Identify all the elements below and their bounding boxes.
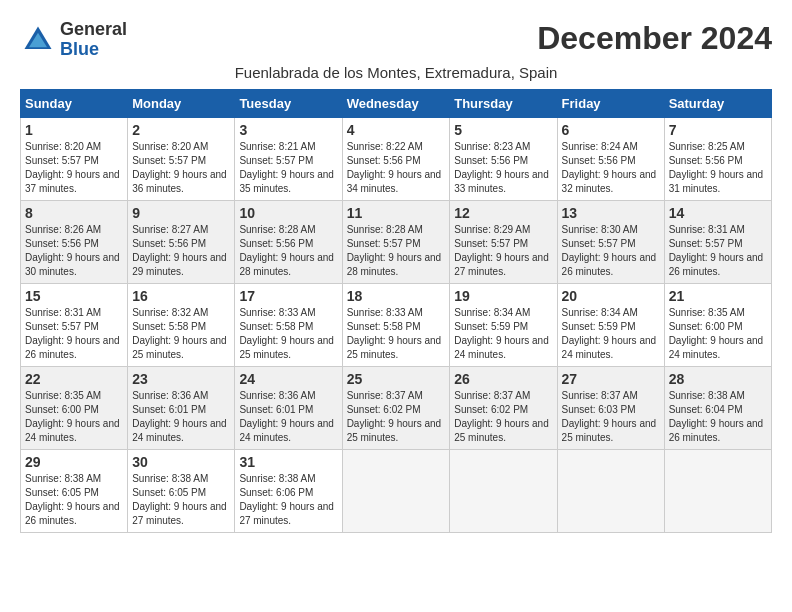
table-row: 30Sunrise: 8:38 AM Sunset: 6:05 PM Dayli…: [128, 449, 235, 532]
table-row: 10Sunrise: 8:28 AM Sunset: 5:56 PM Dayli…: [235, 200, 342, 283]
day-info: Sunrise: 8:34 AM Sunset: 5:59 PM Dayligh…: [454, 306, 552, 362]
day-info: Sunrise: 8:35 AM Sunset: 6:00 PM Dayligh…: [25, 389, 123, 445]
page-header: General Blue December 2024: [20, 20, 772, 60]
day-number: 16: [132, 288, 230, 304]
day-info: Sunrise: 8:28 AM Sunset: 5:57 PM Dayligh…: [347, 223, 446, 279]
table-row: 28Sunrise: 8:38 AM Sunset: 6:04 PM Dayli…: [664, 366, 771, 449]
table-row: 15Sunrise: 8:31 AM Sunset: 5:57 PM Dayli…: [21, 283, 128, 366]
day-info: Sunrise: 8:23 AM Sunset: 5:56 PM Dayligh…: [454, 140, 552, 196]
table-row: 19Sunrise: 8:34 AM Sunset: 5:59 PM Dayli…: [450, 283, 557, 366]
day-number: 7: [669, 122, 767, 138]
calendar-header-row: Sunday Monday Tuesday Wednesday Thursday…: [21, 89, 772, 117]
day-number: 20: [562, 288, 660, 304]
calendar-week-row: 22Sunrise: 8:35 AM Sunset: 6:00 PM Dayli…: [21, 366, 772, 449]
table-row: 7Sunrise: 8:25 AM Sunset: 5:56 PM Daylig…: [664, 117, 771, 200]
table-row: 14Sunrise: 8:31 AM Sunset: 5:57 PM Dayli…: [664, 200, 771, 283]
table-row: [342, 449, 450, 532]
day-number: 4: [347, 122, 446, 138]
day-info: Sunrise: 8:37 AM Sunset: 6:02 PM Dayligh…: [347, 389, 446, 445]
col-friday: Friday: [557, 89, 664, 117]
col-tuesday: Tuesday: [235, 89, 342, 117]
day-info: Sunrise: 8:33 AM Sunset: 5:58 PM Dayligh…: [347, 306, 446, 362]
day-info: Sunrise: 8:34 AM Sunset: 5:59 PM Dayligh…: [562, 306, 660, 362]
day-info: Sunrise: 8:38 AM Sunset: 6:05 PM Dayligh…: [25, 472, 123, 528]
table-row: 13Sunrise: 8:30 AM Sunset: 5:57 PM Dayli…: [557, 200, 664, 283]
col-sunday: Sunday: [21, 89, 128, 117]
day-number: 23: [132, 371, 230, 387]
calendar-week-row: 8Sunrise: 8:26 AM Sunset: 5:56 PM Daylig…: [21, 200, 772, 283]
day-number: 19: [454, 288, 552, 304]
col-monday: Monday: [128, 89, 235, 117]
col-saturday: Saturday: [664, 89, 771, 117]
day-info: Sunrise: 8:36 AM Sunset: 6:01 PM Dayligh…: [239, 389, 337, 445]
day-info: Sunrise: 8:21 AM Sunset: 5:57 PM Dayligh…: [239, 140, 337, 196]
day-info: Sunrise: 8:24 AM Sunset: 5:56 PM Dayligh…: [562, 140, 660, 196]
day-number: 6: [562, 122, 660, 138]
table-row: 18Sunrise: 8:33 AM Sunset: 5:58 PM Dayli…: [342, 283, 450, 366]
day-number: 21: [669, 288, 767, 304]
day-number: 8: [25, 205, 123, 221]
day-info: Sunrise: 8:37 AM Sunset: 6:03 PM Dayligh…: [562, 389, 660, 445]
table-row: 23Sunrise: 8:36 AM Sunset: 6:01 PM Dayli…: [128, 366, 235, 449]
calendar-table: Sunday Monday Tuesday Wednesday Thursday…: [20, 89, 772, 533]
col-wednesday: Wednesday: [342, 89, 450, 117]
day-number: 10: [239, 205, 337, 221]
day-info: Sunrise: 8:38 AM Sunset: 6:05 PM Dayligh…: [132, 472, 230, 528]
day-info: Sunrise: 8:20 AM Sunset: 5:57 PM Dayligh…: [132, 140, 230, 196]
day-number: 18: [347, 288, 446, 304]
day-info: Sunrise: 8:22 AM Sunset: 5:56 PM Dayligh…: [347, 140, 446, 196]
table-row: 6Sunrise: 8:24 AM Sunset: 5:56 PM Daylig…: [557, 117, 664, 200]
day-number: 14: [669, 205, 767, 221]
day-info: Sunrise: 8:30 AM Sunset: 5:57 PM Dayligh…: [562, 223, 660, 279]
day-number: 29: [25, 454, 123, 470]
day-number: 22: [25, 371, 123, 387]
table-row: 26Sunrise: 8:37 AM Sunset: 6:02 PM Dayli…: [450, 366, 557, 449]
day-number: 2: [132, 122, 230, 138]
day-number: 30: [132, 454, 230, 470]
table-row: 4Sunrise: 8:22 AM Sunset: 5:56 PM Daylig…: [342, 117, 450, 200]
table-row: 31Sunrise: 8:38 AM Sunset: 6:06 PM Dayli…: [235, 449, 342, 532]
day-number: 9: [132, 205, 230, 221]
table-row: 29Sunrise: 8:38 AM Sunset: 6:05 PM Dayli…: [21, 449, 128, 532]
location: Fuenlabrada de los Montes, Extremadura, …: [20, 64, 772, 81]
day-number: 15: [25, 288, 123, 304]
day-number: 27: [562, 371, 660, 387]
table-row: 2Sunrise: 8:20 AM Sunset: 5:57 PM Daylig…: [128, 117, 235, 200]
table-row: 20Sunrise: 8:34 AM Sunset: 5:59 PM Dayli…: [557, 283, 664, 366]
calendar-week-row: 29Sunrise: 8:38 AM Sunset: 6:05 PM Dayli…: [21, 449, 772, 532]
day-number: 5: [454, 122, 552, 138]
day-number: 1: [25, 122, 123, 138]
day-number: 26: [454, 371, 552, 387]
day-info: Sunrise: 8:26 AM Sunset: 5:56 PM Dayligh…: [25, 223, 123, 279]
table-row: 9Sunrise: 8:27 AM Sunset: 5:56 PM Daylig…: [128, 200, 235, 283]
table-row: [557, 449, 664, 532]
day-number: 28: [669, 371, 767, 387]
table-row: 24Sunrise: 8:36 AM Sunset: 6:01 PM Dayli…: [235, 366, 342, 449]
table-row: 11Sunrise: 8:28 AM Sunset: 5:57 PM Dayli…: [342, 200, 450, 283]
day-info: Sunrise: 8:35 AM Sunset: 6:00 PM Dayligh…: [669, 306, 767, 362]
table-row: 5Sunrise: 8:23 AM Sunset: 5:56 PM Daylig…: [450, 117, 557, 200]
title-block: December 2024: [537, 20, 772, 57]
day-info: Sunrise: 8:33 AM Sunset: 5:58 PM Dayligh…: [239, 306, 337, 362]
day-number: 13: [562, 205, 660, 221]
day-info: Sunrise: 8:32 AM Sunset: 5:58 PM Dayligh…: [132, 306, 230, 362]
logo-text: General Blue: [60, 20, 127, 60]
day-number: 25: [347, 371, 446, 387]
col-thursday: Thursday: [450, 89, 557, 117]
day-info: Sunrise: 8:37 AM Sunset: 6:02 PM Dayligh…: [454, 389, 552, 445]
day-number: 17: [239, 288, 337, 304]
table-row: 25Sunrise: 8:37 AM Sunset: 6:02 PM Dayli…: [342, 366, 450, 449]
table-row: 21Sunrise: 8:35 AM Sunset: 6:00 PM Dayli…: [664, 283, 771, 366]
table-row: [450, 449, 557, 532]
day-info: Sunrise: 8:29 AM Sunset: 5:57 PM Dayligh…: [454, 223, 552, 279]
table-row: 12Sunrise: 8:29 AM Sunset: 5:57 PM Dayli…: [450, 200, 557, 283]
logo-icon: [20, 22, 56, 58]
logo-blue: Blue: [60, 39, 99, 59]
day-info: Sunrise: 8:27 AM Sunset: 5:56 PM Dayligh…: [132, 223, 230, 279]
day-info: Sunrise: 8:36 AM Sunset: 6:01 PM Dayligh…: [132, 389, 230, 445]
table-row: 22Sunrise: 8:35 AM Sunset: 6:00 PM Dayli…: [21, 366, 128, 449]
table-row: 3Sunrise: 8:21 AM Sunset: 5:57 PM Daylig…: [235, 117, 342, 200]
day-info: Sunrise: 8:28 AM Sunset: 5:56 PM Dayligh…: [239, 223, 337, 279]
table-row: 1Sunrise: 8:20 AM Sunset: 5:57 PM Daylig…: [21, 117, 128, 200]
day-info: Sunrise: 8:38 AM Sunset: 6:04 PM Dayligh…: [669, 389, 767, 445]
